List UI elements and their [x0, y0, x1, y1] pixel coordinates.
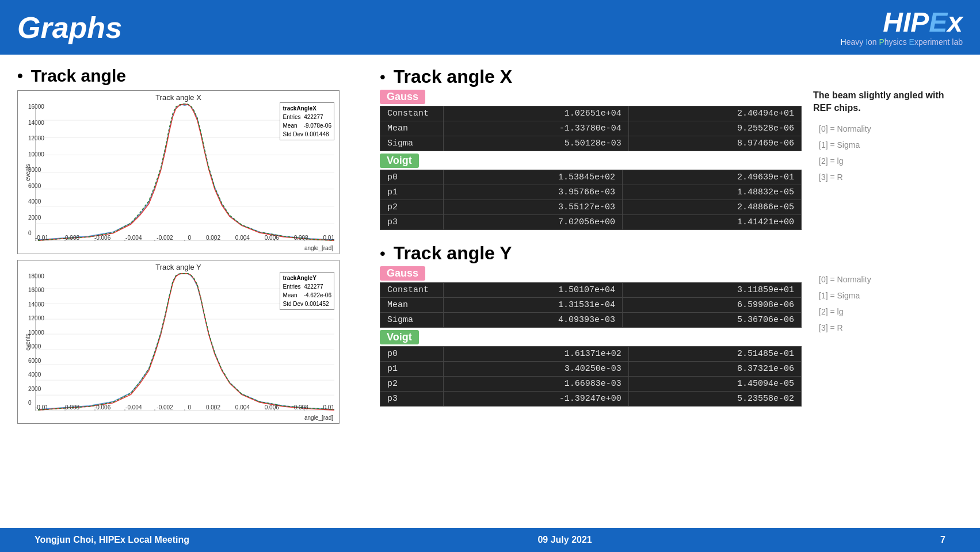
graph-y-stats: trackAngleY Entries 422277 Mean -4.622e-…	[280, 272, 334, 310]
gauss-table-y: Constant1.50107e+043.11859e+01Mean1.3153…	[380, 282, 802, 328]
middle-column: • Track angle X Gauss Constant1.02651e+0…	[363, 66, 802, 499]
graph-y-ylabel: events	[25, 334, 31, 350]
table-row: p13.95766e-031.48832e-05	[380, 185, 802, 200]
track-x-section: • Track angle X Gauss Constant1.02651e+0…	[380, 66, 802, 230]
gauss-tag-x: Gauss	[380, 90, 425, 104]
table-row: p37.02056e+001.41421e+00	[380, 215, 802, 230]
right-x-info: The beam slightly angled with REF chips.…	[813, 89, 963, 185]
table-row: p3-1.39247e+005.23558e-02	[380, 392, 802, 407]
table-row: p23.55127e-032.48866e-05	[380, 200, 802, 215]
footer-left: Yongjun Choi, HIPEx Local Meeting	[35, 535, 189, 545]
table-row: Mean1.31531e-046.59908e-06	[380, 298, 802, 313]
table-row: p13.40250e-038.37321e-06	[380, 362, 802, 377]
logo-area: HIPEx Heavy Ion Physics Experiment lab	[841, 9, 963, 47]
graph-x-stats: trackAngleX Entries 422277 Mean -9.078e-…	[280, 102, 334, 140]
table-row: Mean-1.33780e-049.25528e-06	[380, 121, 802, 136]
graph-track-angle-x: Track angle X 16000 14000 12000 10000 80…	[17, 90, 340, 254]
table-row: Constant1.50107e+043.11859e+01	[380, 283, 802, 298]
legend-item: [0] = Normality	[819, 271, 963, 288]
page-title: Graphs	[17, 10, 122, 45]
legend-item: [2] = lg	[819, 304, 963, 320]
footer: Yongjun Choi, HIPEx Local Meeting 09 Jul…	[0, 528, 980, 552]
header: Graphs HIPEx Heavy Ion Physics Experimen…	[0, 0, 980, 55]
table-row: p21.66983e-031.45094e-05	[380, 377, 802, 392]
legend-y: [0] = Normality[1] = Sigma[2] = lg[3] = …	[813, 271, 963, 336]
table-row: Sigma4.09393e-035.36706e-06	[380, 313, 802, 328]
hipex-logo: HIPEx	[883, 9, 963, 36]
voigt-table-x: p01.53845e+022.49639e-01p13.95766e-031.4…	[380, 170, 802, 230]
legend-item: [0] = Normality	[819, 121, 963, 137]
footer-page: 7	[940, 535, 945, 545]
track-x-title: Track angle X	[394, 66, 512, 87]
graph-y-xlabel: angle_[rad]	[304, 415, 333, 421]
footer-center: 09 July 2021	[537, 535, 592, 545]
graph-x-x-labels: -0.01-0.008-0.006-0.004-0.00200.0020.004…	[35, 235, 334, 241]
graph-y-x-labels: -0.01-0.008-0.006-0.004-0.00200.0020.004…	[35, 404, 334, 411]
right-column: The beam slightly angled with REF chips.…	[802, 66, 963, 499]
beam-description: The beam slightly angled with REF chips.	[813, 89, 963, 115]
graph-x-ylabel: events	[25, 164, 31, 181]
graph-y-title: Track angle Y	[18, 263, 339, 271]
table-row: p01.61371e+022.51485e-01	[380, 347, 802, 362]
table-row: Constant1.02651e+042.40494e+01	[380, 106, 802, 121]
graph-x-title: Track angle X	[18, 93, 339, 102]
graph-x-xlabel: angle_[rad]	[304, 245, 333, 251]
legend-item: [2] = lg	[819, 153, 963, 169]
voigt-tag-x: Voigt	[380, 154, 419, 168]
main-content: • Track angle Track angle X 16000 14000 …	[0, 55, 980, 528]
track-y-section: • Track angle Y Gauss Constant1.50107e+0…	[380, 243, 802, 407]
legend-item: [3] = R	[819, 169, 963, 185]
track-y-bullet: • Track angle Y	[380, 243, 802, 264]
legend-item: [1] = Sigma	[819, 137, 963, 153]
left-column: • Track angle Track angle X 16000 14000 …	[17, 66, 363, 499]
table-row: p01.53845e+022.49639e-01	[380, 170, 802, 185]
logo-subtitle: Heavy Ion Physics Experiment lab	[841, 37, 963, 47]
gauss-tag-y: Gauss	[380, 266, 425, 281]
voigt-table-y: p01.61371e+022.51485e-01p13.40250e-038.3…	[380, 346, 802, 407]
legend-x: [0] = Normality[1] = Sigma[2] = lg[3] = …	[813, 121, 963, 185]
graph-track-angle-y: Track angle Y 18000 16000 14000 12000 10…	[17, 260, 340, 424]
track-y-title: Track angle Y	[394, 243, 512, 264]
track-angle-heading: • Track angle	[17, 66, 363, 86]
track-angle-label: Track angle	[31, 66, 126, 86]
legend-item: [3] = R	[819, 320, 963, 336]
legend-item: [1] = Sigma	[819, 288, 963, 304]
right-y-info: [0] = Normality[1] = Sigma[2] = lg[3] = …	[813, 271, 963, 336]
gauss-table-x: Constant1.02651e+042.40494e+01Mean-1.337…	[380, 106, 802, 151]
table-row: Sigma5.50128e-038.97469e-06	[380, 136, 802, 151]
voigt-tag-y: Voigt	[380, 330, 419, 344]
track-x-bullet: • Track angle X	[380, 66, 802, 87]
